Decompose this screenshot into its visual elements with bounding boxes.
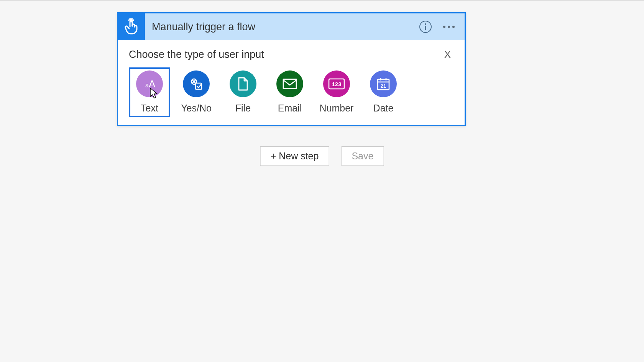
- footer-actions: + New step Save: [260, 146, 384, 166]
- yesno-icon: [183, 70, 210, 97]
- card-body: Choose the type of user input X aATextYe…: [118, 40, 465, 125]
- input-type-option-file[interactable]: File: [222, 67, 264, 117]
- card-header[interactable]: Manually trigger a flow: [118, 13, 465, 40]
- email-icon: [276, 70, 303, 97]
- option-label: Date: [373, 103, 394, 114]
- info-icon[interactable]: [419, 21, 432, 33]
- input-type-option-email[interactable]: Email: [269, 67, 310, 117]
- svg-rect-8: [196, 83, 202, 89]
- option-label: Yes/No: [181, 103, 212, 114]
- date-icon: 21: [370, 70, 397, 97]
- card-title: Manually trigger a flow: [145, 13, 419, 40]
- number-icon: 123: [323, 70, 350, 97]
- trigger-card: Manually trigger a flow Choose the type …: [117, 12, 466, 126]
- text-icon: aA: [136, 70, 163, 97]
- svg-text:A: A: [149, 78, 156, 90]
- file-icon: [230, 70, 256, 97]
- input-type-option-text[interactable]: aAText: [129, 67, 170, 117]
- svg-rect-9: [283, 79, 296, 88]
- option-label: Number: [320, 103, 354, 114]
- flow-canvas: Manually trigger a flow Choose the type …: [0, 1, 644, 362]
- save-button[interactable]: Save: [341, 146, 384, 166]
- input-type-option-yesno[interactable]: Yes/No: [176, 67, 217, 117]
- option-label: Email: [278, 103, 302, 114]
- close-icon[interactable]: X: [441, 47, 454, 62]
- input-type-options: aATextYes/NoFileEmail123Number21Date: [129, 67, 454, 117]
- svg-rect-2: [425, 26, 426, 30]
- card-header-actions: [419, 13, 465, 40]
- more-icon[interactable]: [442, 23, 456, 31]
- input-type-option-number[interactable]: 123Number: [316, 67, 357, 117]
- new-step-button[interactable]: + New step: [260, 146, 329, 166]
- option-label: Text: [141, 103, 158, 114]
- svg-text:a: a: [145, 82, 149, 88]
- svg-point-1: [425, 23, 426, 25]
- svg-text:21: 21: [381, 83, 386, 89]
- option-label: File: [235, 103, 251, 114]
- trigger-icon: [118, 13, 145, 40]
- body-title: Choose the type of user input: [129, 49, 264, 61]
- input-type-option-date[interactable]: 21Date: [363, 67, 404, 117]
- svg-text:123: 123: [332, 81, 341, 87]
